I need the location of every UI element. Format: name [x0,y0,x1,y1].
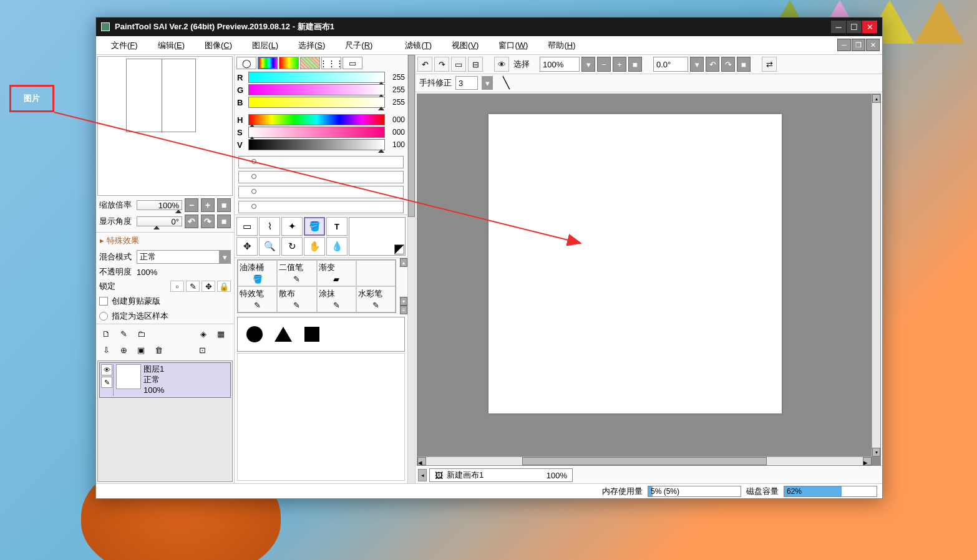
stabilizer-dropdown[interactable]: ▾ [482,76,493,90]
scratchpad-mode[interactable]: ▭ [343,57,362,69]
layer-visibility-toggle[interactable]: 👁 [101,364,112,375]
s-slider[interactable] [248,127,385,138]
hsv-slider-mode[interactable] [279,57,299,69]
brush-empty-1[interactable] [356,260,396,286]
menu-help[interactable]: 帮助(H) [538,38,585,53]
window-minimize-button[interactable]: ─ [831,21,846,33]
layer-thumbnail[interactable] [116,364,141,389]
zoom-in-button[interactable]: + [201,198,215,212]
lock-move-button[interactable]: ✥ [202,281,215,292]
brush-scrollbar[interactable]: ▴ ▾ ≡ [400,258,407,314]
apply-mask-button[interactable]: ▦ [213,326,229,341]
brush-binary[interactable]: 二值笔✎ [277,260,316,286]
titlebar[interactable]: PaintTool SAI Ver.2 (64bit) Preview.2019… [96,17,882,36]
angle-dropdown[interactable]: ▾ [690,57,704,72]
rotate-cw-btn[interactable]: ↷ [721,57,735,72]
color-wheel-mode[interactable]: ◯ [236,57,256,69]
shape-triangle[interactable] [271,322,295,346]
zoom-in-btn[interactable]: + [613,57,626,72]
redo-button[interactable]: ↷ [434,57,449,72]
new-folder-button[interactable]: 🗀 [133,326,149,341]
color-swatch[interactable] [349,217,406,256]
undo-button[interactable]: ↶ [417,57,432,72]
document-tab[interactable]: 🖼 新建画布1 100% [429,468,573,482]
menu-view[interactable]: 视图(V) [442,38,488,53]
merge-down-button[interactable]: ⊕ [115,342,132,357]
menu-edit[interactable]: 编辑(E) [148,38,195,53]
menu-ruler[interactable]: 尺子(R) [335,38,382,53]
navigator-panel[interactable] [97,56,233,196]
mask-button[interactable]: ◈ [195,326,211,341]
lock-pixels-button[interactable]: ▫ [170,281,184,292]
angle-slider[interactable]: 0° [137,216,182,226]
lock-paint-button[interactable]: ✎ [186,281,200,292]
blend-mode-select[interactable]: 正常▾ [137,250,231,264]
opacity-slider[interactable]: 100% [137,268,157,277]
g-slider[interactable] [248,84,385,95]
brush-scatter[interactable]: 散布✎ [277,286,316,312]
doc-close-button[interactable]: ✕ [866,39,880,51]
rect-select-tool[interactable]: ▭ [236,217,258,236]
hand-tool[interactable]: ✋ [304,237,325,256]
vertical-scrollbar[interactable]: ▴ ▾ [872,94,880,456]
new-layer-button[interactable]: 🗋 [98,326,114,341]
canvas[interactable] [488,114,782,413]
clear-layer-button[interactable]: ⊡ [194,342,210,357]
angle-reset-btn[interactable]: ■ [737,57,751,72]
horizontal-scrollbar[interactable]: ◂▸ [417,456,872,465]
navigator-thumbnail[interactable] [126,59,196,132]
lock-all-button[interactable]: 🔒 [217,281,231,292]
magic-wand-tool[interactable]: ✦ [281,217,303,236]
transfer-down-button[interactable]: ⇩ [98,342,114,357]
zoom-slider[interactable]: 100% [137,200,182,210]
tab-prev-button[interactable]: ◂ [418,469,427,481]
scratch-bar-2[interactable] [238,171,404,183]
shape-square[interactable] [300,322,324,346]
zoom-fit-btn[interactable]: ■ [628,57,642,72]
h-slider[interactable] [248,114,385,125]
mixer-mode[interactable] [300,57,320,69]
flip-button[interactable]: ⇄ [762,57,777,72]
layer-list[interactable]: 👁 ✎ 图层1 正常 100% [97,360,233,482]
rotate-ccw-button[interactable]: ↶ [185,215,198,228]
window-close-button[interactable]: ✕ [862,21,877,33]
canvas-viewport[interactable]: ▴ ▾ ◂▸ [417,94,881,466]
angle-reset-button[interactable]: ■ [217,215,231,228]
window-maximize-button[interactable]: ☐ [847,21,862,33]
menu-select[interactable]: 选择(S) [288,38,335,53]
effects-header[interactable]: 特殊效果 [96,233,234,249]
b-slider[interactable] [248,97,385,108]
doc-restore-button[interactable]: ❐ [852,39,865,51]
doc-minimize-button[interactable]: ─ [837,39,851,51]
panel-scrollbar[interactable] [407,55,415,483]
shape-circle[interactable] [243,322,266,346]
move-tool[interactable]: ✥ [236,237,258,256]
eyedropper-tool[interactable]: 💧 [326,237,348,256]
zoom-out-button[interactable]: − [185,198,198,212]
zoom-reset-button[interactable]: ■ [217,198,231,212]
menu-filter[interactable]: 滤镜(T) [395,38,442,53]
angle-input[interactable]: 0.0° [653,57,688,72]
zoom-input[interactable]: 100% [540,57,580,72]
rotate-tool[interactable]: ↻ [281,237,303,256]
layer-edit-toggle[interactable]: ✎ [101,377,112,388]
menu-file[interactable]: 文件(F) [101,38,148,53]
deselect-button[interactable]: ▭ [451,57,466,72]
rgb-slider-mode[interactable] [258,57,278,69]
rotate-ccw-btn[interactable]: ↶ [706,57,719,72]
r-slider[interactable] [248,72,385,83]
invert-button[interactable]: ⊟ [468,57,483,72]
scratch-bar-3[interactable] [238,186,404,198]
stabilizer-input[interactable]: 3 [455,76,478,90]
clipping-mask-checkbox[interactable] [99,297,108,306]
brush-bucket[interactable]: 油漆桶🪣 [238,260,277,286]
delete-layer-button[interactable]: 🗑 [150,342,167,357]
zoom-tool[interactable]: 🔍 [259,237,280,256]
show-selection-button[interactable]: 👁 [494,57,509,72]
swatches-mode[interactable]: ⋮⋮⋮ [321,57,341,69]
scratch-bar-4[interactable] [238,201,404,213]
text-tool[interactable]: T [326,217,348,236]
menu-window[interactable]: 窗口(W) [488,38,538,53]
rotate-cw-button[interactable]: ↷ [201,215,215,228]
lasso-tool[interactable]: ⌇ [259,217,280,236]
